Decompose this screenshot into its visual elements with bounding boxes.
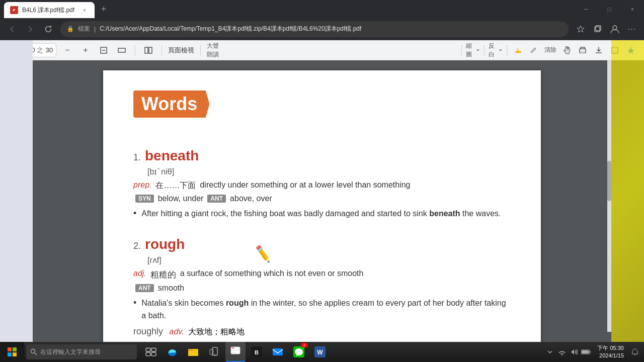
hand-tool-button[interactable] — [559, 43, 574, 57]
star-button[interactable] — [573, 21, 589, 37]
thumbnails-label: 縮圖 — [466, 42, 475, 59]
address-bar[interactable]: 🔒 檔案 | C:/Users/Acer/AppData/Local/Temp/… — [60, 21, 569, 37]
svg-point-33 — [214, 354, 215, 355]
network-icon[interactable] — [557, 347, 567, 357]
read-aloud-label: 大聲朗讀 — [207, 42, 221, 59]
page-view-label: 頁面檢視 — [168, 46, 194, 55]
titlebar: P B4L6 課本pdf檔.pdf × + ─ □ × — [0, 0, 644, 18]
two-page-button[interactable] — [141, 43, 155, 57]
notification-icon[interactable] — [630, 347, 640, 357]
collections-button[interactable] — [590, 21, 606, 37]
nav-actions: ··· — [573, 21, 640, 37]
svg-rect-28 — [151, 352, 156, 356]
derived-form-2: roughly adv. 大致地；粗略地 — [133, 326, 511, 337]
svg-rect-41 — [273, 348, 283, 355]
syn-words-1: below, under — [158, 194, 204, 203]
thumbnails-button[interactable]: 縮圖 — [466, 43, 480, 57]
left-decoration — [0, 60, 33, 342]
line-badge: 2 — [301, 343, 308, 347]
bamlab-taskbar[interactable]: B — [247, 342, 267, 362]
edge-taskbar[interactable] — [162, 342, 182, 362]
refresh-button[interactable] — [40, 21, 56, 37]
headword-1: beneath — [145, 148, 199, 164]
forward-button[interactable] — [22, 21, 38, 37]
clock-time: 下午 05:30 — [597, 344, 624, 352]
lock-icon: 🔒 — [67, 26, 74, 32]
back-button[interactable] — [4, 21, 20, 37]
minimize-button[interactable]: ─ — [575, 0, 598, 18]
example-2: • Natalia's skin becomes rough in the wi… — [133, 297, 511, 322]
toolbar-separator-5 — [484, 45, 485, 55]
taskbar-tray: 下午 05:30 2024/1/15 — [545, 344, 644, 360]
taskbar-search-placeholder: 在這裡輸入文字來搜尋 — [40, 348, 101, 356]
tray-time[interactable]: 下午 05:30 2024/1/15 — [593, 344, 628, 360]
adv-pos: adv. — [170, 327, 184, 336]
svg-rect-14 — [581, 51, 585, 53]
chevron-tray-icon[interactable] — [545, 347, 555, 357]
read-aloud-button[interactable]: 大聲朗讀 — [207, 43, 221, 57]
taskbar-search[interactable]: 在這裡輸入文字來搜尋 — [26, 344, 137, 359]
right-decoration — [611, 60, 644, 342]
section-header-container: Words — [133, 90, 511, 133]
browser-taskbar-active[interactable] — [225, 342, 246, 362]
svg-rect-22 — [13, 352, 17, 356]
close-button[interactable]: × — [621, 0, 644, 18]
toolbar-separator-6 — [507, 45, 507, 55]
svg-point-23 — [31, 349, 35, 353]
clear-button[interactable]: 清除 — [543, 43, 557, 57]
zoom-out-button[interactable]: − — [60, 43, 74, 57]
headword-2: rough — [145, 236, 185, 252]
browser-tab[interactable]: P B4L6 課本pdf檔.pdf × — [4, 2, 95, 18]
maximize-button[interactable]: □ — [598, 0, 621, 18]
zoom-in-button[interactable]: + — [78, 43, 93, 57]
address-prefix: 檔案 — [78, 25, 90, 33]
ant-badge-2: ANT — [135, 284, 154, 292]
highlight-button[interactable] — [511, 43, 525, 57]
tab-close-button[interactable]: × — [80, 6, 89, 14]
file-explorer-taskbar[interactable] — [183, 342, 203, 362]
word-entry-2: ✏️ 2. rough [rʌf] adj. 粗糙的 a surface of … — [133, 236, 511, 337]
toolbar-separator-4 — [461, 45, 462, 55]
example-text-2: Natalia's skin becomes rough in the wint… — [141, 297, 511, 322]
speaker-icon[interactable] — [569, 347, 579, 357]
task-view-button[interactable] — [141, 342, 161, 362]
phone-link-taskbar[interactable] — [204, 342, 224, 362]
reflect-button[interactable]: 反白 — [489, 43, 503, 57]
new-tab-button[interactable]: + — [97, 2, 111, 16]
pdf-toolbar: 10 之 30 − + 頁面檢視 大聲朗讀 縮圖 — [0, 40, 644, 60]
fit-width-button[interactable] — [115, 43, 129, 57]
more-button[interactable]: ··· — [624, 21, 640, 37]
word-taskbar[interactable]: W — [310, 342, 330, 362]
mail-taskbar[interactable] — [268, 342, 288, 362]
svg-rect-26 — [151, 348, 156, 351]
svg-rect-12 — [515, 51, 521, 53]
svg-rect-10 — [145, 47, 148, 53]
svg-line-24 — [35, 353, 37, 355]
scrollbar-track[interactable] — [607, 60, 611, 332]
pronunciation-2: [rʌf] — [147, 255, 511, 265]
clock-date: 2024/1/15 — [597, 352, 624, 359]
fit-page-button[interactable] — [97, 43, 111, 57]
word-entry-1: 1. beneath [bɪˋniθ] prep. 在……下面 directly… — [133, 148, 511, 220]
profile-button[interactable] — [607, 21, 623, 37]
draw-button[interactable] — [527, 43, 541, 57]
bullet-2: • — [133, 298, 136, 308]
pos-1: prep. — [133, 180, 151, 190]
pronunciation-1: [bɪˋniθ] — [147, 167, 511, 176]
start-button[interactable] — [0, 342, 24, 362]
pdf-page: Words 1. beneath [bɪˋniθ] prep. 在……下面 di… — [103, 70, 541, 342]
print-button[interactable] — [576, 43, 590, 57]
line-taskbar[interactable]: 2 — [289, 342, 309, 362]
tab-favicon: P — [10, 6, 18, 14]
battery-icon[interactable] — [581, 347, 591, 357]
scrollbar-thumb[interactable] — [607, 161, 611, 201]
pdf-content-area[interactable]: Words 1. beneath [bɪˋniθ] prep. 在……下面 di… — [0, 60, 644, 342]
svg-text:B: B — [255, 349, 259, 355]
svg-rect-27 — [146, 352, 150, 356]
svg-point-4 — [613, 26, 617, 30]
ant-words-1: above, over — [230, 194, 272, 203]
svg-rect-25 — [146, 348, 150, 351]
total-pages: 30 — [45, 46, 52, 54]
download-button[interactable] — [592, 43, 606, 57]
svg-rect-47 — [582, 350, 589, 353]
